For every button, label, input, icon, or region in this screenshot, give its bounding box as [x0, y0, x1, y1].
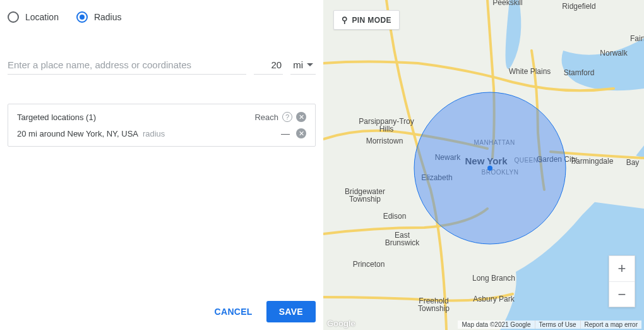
svg-text:Hills: Hills — [379, 125, 394, 133]
chevron-down-icon — [307, 63, 313, 66]
map-credits: Map data ©2021 Google Terms of Use Repor… — [458, 321, 641, 329]
svg-text:Bay: Bay — [626, 158, 640, 167]
unit-select[interactable]: mi — [290, 56, 316, 75]
svg-text:Long Branch: Long Branch — [472, 274, 515, 283]
svg-text:White Plains: White Plains — [509, 67, 551, 76]
svg-text:Farmingdale: Farmingdale — [571, 157, 614, 166]
targeted-locations-card: Targeted locations (1) Reach ? ✕ 20 mi a… — [8, 104, 316, 147]
svg-text:Peekskill: Peekskill — [492, 0, 522, 7]
cancel-button[interactable]: CANCEL — [211, 302, 256, 322]
zoom-controls: + − — [609, 255, 635, 307]
help-icon[interactable]: ? — [282, 112, 292, 122]
target-row: 20 mi around New York, NY, USA radius — … — [17, 128, 306, 138]
remove-target-icon[interactable]: ✕ — [296, 128, 306, 138]
mode-selector: Location Radius — [8, 11, 316, 23]
target-reach: — — [281, 128, 290, 138]
radio-location-label: Location — [25, 12, 59, 22]
svg-text:Township: Township — [349, 195, 381, 204]
pin-mode-label: PIN MODE — [352, 16, 391, 25]
dialog-footer: CANCEL SAVE — [211, 301, 316, 322]
close-icon[interactable]: ✕ — [296, 112, 306, 122]
map-canvas: New YorkNewarkElizabethMANHATTANBROOKLYN… — [323, 0, 644, 330]
zoom-in-button[interactable]: + — [609, 256, 635, 281]
svg-text:Township: Township — [418, 304, 450, 313]
search-row: mi — [8, 56, 316, 75]
svg-text:Morristown: Morristown — [366, 137, 403, 145]
save-button[interactable]: SAVE — [266, 301, 316, 322]
radio-location[interactable]: Location — [8, 11, 59, 23]
credit-data[interactable]: Map data ©2021 Google — [458, 321, 534, 329]
svg-point-30 — [487, 166, 492, 171]
google-logo: Google — [327, 319, 355, 328]
svg-text:Norwalk: Norwalk — [600, 49, 628, 58]
settings-panel: Location Radius mi Targeted locations (1… — [0, 0, 323, 330]
radio-radius[interactable]: Radius — [76, 11, 122, 23]
target-suffix: radius — [143, 129, 165, 138]
zoom-out-button[interactable]: − — [609, 281, 635, 307]
svg-text:Stamford: Stamford — [564, 68, 595, 77]
svg-text:Edison: Edison — [383, 212, 407, 221]
place-input[interactable] — [8, 56, 246, 75]
credit-report[interactable]: Report a map error — [580, 321, 641, 329]
radius-value-input[interactable] — [254, 56, 283, 75]
target-text: 20 mi around New York, NY, USA — [17, 129, 138, 138]
svg-text:Asbury Park: Asbury Park — [473, 295, 515, 303]
svg-text:Princeton: Princeton — [353, 260, 385, 269]
map[interactable]: New YorkNewarkElizabethMANHATTANBROOKLYN… — [323, 0, 644, 330]
credit-terms[interactable]: Terms of Use — [535, 321, 580, 329]
radio-radius-label: Radius — [94, 12, 122, 22]
svg-text:Ridgefield: Ridgefield — [562, 2, 595, 11]
svg-text:Fairf: Fairf — [630, 34, 644, 43]
pin-icon: ⚲ — [342, 15, 348, 25]
targets-header: Targeted locations (1) — [17, 113, 96, 122]
unit-label: mi — [293, 59, 303, 70]
pin-mode-button[interactable]: ⚲ PIN MODE — [333, 10, 400, 30]
reach-label: Reach — [254, 113, 278, 122]
svg-text:Brunswick: Brunswick — [385, 238, 420, 247]
